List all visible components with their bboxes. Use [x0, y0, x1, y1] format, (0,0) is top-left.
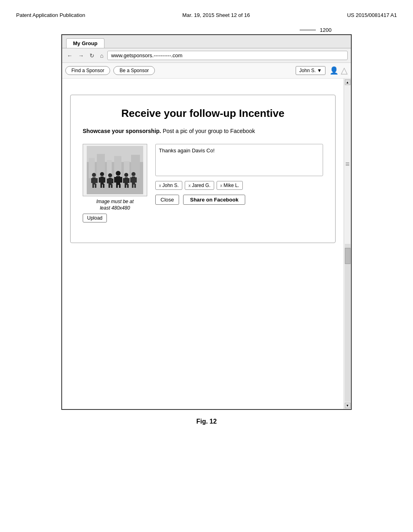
- upload-button[interactable]: Upload: [83, 214, 107, 222]
- subtitle-bold: Showcase your sponsorship.: [83, 128, 161, 134]
- user-label: John S. ▼: [299, 68, 322, 73]
- svg-rect-11: [96, 178, 98, 183]
- svg-rect-10: [91, 178, 93, 183]
- patent-left-label: Patent Application Publication: [16, 12, 85, 18]
- svg-point-38: [131, 172, 136, 176]
- svg-rect-37: [127, 184, 129, 188]
- svg-rect-22: [107, 179, 109, 183]
- svg-rect-42: [132, 184, 133, 188]
- svg-rect-19: [103, 184, 104, 188]
- svg-rect-24: [108, 184, 110, 188]
- svg-rect-18: [100, 184, 102, 188]
- tag-label-john: John S.: [163, 183, 179, 188]
- browser-window: My Group ← → ↻ ⌂ Find a Sponsor Be a Spo…: [61, 34, 352, 410]
- svg-point-14: [100, 172, 104, 176]
- be-sponsor-button[interactable]: Be a Sponsor: [113, 66, 155, 75]
- svg-rect-25: [111, 184, 113, 188]
- svg-rect-34: [123, 178, 125, 183]
- toolbar: Find a Sponsor Be a Sponsor John S. ▼ 👤 …: [62, 63, 351, 79]
- patent-header: Patent Application Publication Mar. 19, …: [8, 8, 405, 26]
- tag-label-mike: Mike L.: [223, 183, 239, 188]
- address-bar[interactable]: [107, 51, 348, 60]
- patent-center-label: Mar. 19, 2015 Sheet 12 of 16: [182, 12, 250, 18]
- svg-rect-17: [103, 177, 105, 183]
- figure-caption: Fig. 12: [8, 418, 405, 425]
- svg-rect-13: [95, 184, 96, 188]
- tag-label-jared: Jared G.: [192, 183, 211, 188]
- hamburger-icon: ≡: [345, 160, 350, 168]
- close-button[interactable]: Close: [155, 195, 179, 205]
- image-caption: Image must be at least 480x480: [96, 199, 134, 211]
- svg-point-32: [124, 173, 128, 177]
- upload-icon: △: [341, 65, 348, 76]
- svg-rect-36: [125, 184, 126, 188]
- svg-rect-15: [100, 177, 104, 185]
- scroll-thumb[interactable]: [345, 248, 350, 264]
- tag-remove-jared[interactable]: x: [188, 183, 191, 188]
- back-button[interactable]: ←: [65, 52, 74, 60]
- browser-tab-bar: My Group: [62, 35, 351, 48]
- browser-nav-bar: ← → ↻ ⌂: [62, 48, 351, 63]
- home-button[interactable]: ⌂: [98, 52, 105, 60]
- scroll-down-button[interactable]: ▼: [345, 403, 350, 408]
- svg-rect-23: [111, 179, 113, 183]
- post-area: Image must be at least 480x480 Upload Th…: [83, 144, 323, 222]
- svg-rect-27: [116, 176, 120, 185]
- svg-rect-29: [120, 177, 122, 183]
- post-form-section: Thanks again Davis Co! x John S. x Jared…: [155, 144, 323, 222]
- tag-chip-jared: x Jared G.: [185, 181, 214, 190]
- tag-row: x John S. x Jared G. x Mike L.: [155, 181, 323, 190]
- scroll-track: [345, 244, 350, 402]
- content-area: Receive your follow-up Incentive Showcas…: [62, 79, 351, 409]
- svg-rect-43: [134, 184, 136, 188]
- card-subtitle: Showcase your sponsorship. Post a pic of…: [83, 128, 323, 134]
- scroll-up-button[interactable]: ▲: [345, 79, 350, 85]
- tag-remove-john[interactable]: x: [159, 183, 161, 188]
- browser-tab[interactable]: My Group: [66, 38, 104, 48]
- forward-button[interactable]: →: [77, 52, 86, 60]
- notifications-icon: 👤: [330, 66, 338, 75]
- svg-rect-41: [135, 177, 137, 183]
- svg-rect-40: [130, 177, 132, 183]
- patent-right-label: US 2015/0081417 A1: [347, 12, 397, 18]
- message-textarea[interactable]: Thanks again Davis Co!: [155, 144, 323, 176]
- tag-remove-mike[interactable]: x: [220, 183, 223, 188]
- svg-point-20: [108, 173, 112, 177]
- group-image: [87, 146, 143, 194]
- tag-chip-john: x John S.: [155, 181, 182, 190]
- action-row: Close Share on Facebook: [155, 195, 323, 205]
- svg-rect-31: [119, 184, 121, 188]
- svg-rect-30: [116, 184, 118, 188]
- share-facebook-button[interactable]: Share on Facebook: [183, 195, 245, 205]
- svg-rect-16: [99, 177, 101, 183]
- find-sponsor-button[interactable]: Find a Sponsor: [65, 66, 110, 75]
- user-menu-button[interactable]: John S. ▼: [296, 66, 325, 75]
- tab-label: My Group: [73, 40, 98, 46]
- incentive-card: Receive your follow-up Incentive Showcas…: [70, 95, 336, 243]
- svg-rect-33: [125, 177, 128, 185]
- svg-rect-21: [108, 178, 112, 185]
- svg-point-8: [92, 173, 96, 177]
- card-title: Receive your follow-up Incentive: [83, 107, 323, 120]
- svg-rect-12: [92, 184, 94, 188]
- svg-rect-28: [114, 177, 117, 183]
- image-placeholder: [83, 144, 147, 196]
- svg-point-26: [116, 171, 121, 176]
- svg-rect-35: [127, 178, 129, 183]
- subtitle-rest: Post a pic of your group to Facebook: [163, 128, 255, 134]
- main-content: Receive your follow-up Incentive Showcas…: [62, 79, 344, 409]
- image-upload-section: Image must be at least 480x480 Upload: [83, 144, 147, 222]
- refresh-button[interactable]: ↻: [88, 52, 96, 60]
- scrollbar: ▲ ≡ ▼: [344, 79, 351, 409]
- svg-rect-39: [132, 177, 135, 185]
- diagram-label: 1200: [300, 27, 332, 33]
- tag-chip-mike: x Mike L.: [217, 181, 243, 190]
